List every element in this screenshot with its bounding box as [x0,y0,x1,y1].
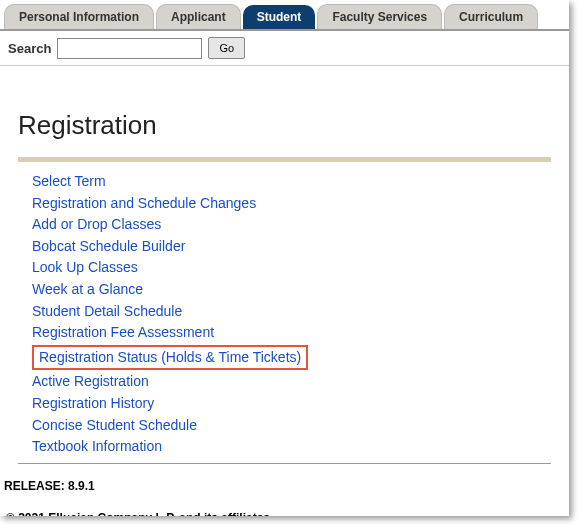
search-row: Search Go [0,29,569,66]
tab-applicant[interactable]: Applicant [156,4,241,29]
link-registration-history[interactable]: Registration History [32,395,154,411]
tab-student[interactable]: Student [243,5,316,29]
main-content: Registration Select Term Registration an… [0,66,569,477]
link-look-up-classes[interactable]: Look Up Classes [32,259,138,275]
link-week-at-glance[interactable]: Week at a Glance [32,281,143,297]
link-concise-student-schedule[interactable]: Concise Student Schedule [32,417,197,433]
tab-bar: Personal Information Applicant Student F… [0,0,569,29]
search-input[interactable] [57,38,202,59]
link-registration-status-holds-time-tickets[interactable]: Registration Status (Holds & Time Ticket… [32,345,308,371]
link-registration-schedule-changes[interactable]: Registration and Schedule Changes [32,195,256,211]
link-active-registration[interactable]: Active Registration [32,373,149,389]
link-registration-fee-assessment[interactable]: Registration Fee Assessment [32,324,214,340]
bottom-divider [18,463,551,464]
release-label: RELEASE: 8.9.1 [0,477,569,495]
tab-personal-information[interactable]: Personal Information [4,4,154,29]
link-student-detail-schedule[interactable]: Student Detail Schedule [32,303,182,319]
registration-link-list: Select Term Registration and Schedule Ch… [18,172,551,457]
link-select-term[interactable]: Select Term [32,173,106,189]
link-add-drop-classes[interactable]: Add or Drop Classes [32,216,161,232]
page-title: Registration [18,110,551,141]
heading-bar [18,157,551,162]
copyright: © 2021 Ellucian Company L.P. and its aff… [0,495,569,516]
tab-faculty-services[interactable]: Faculty Services [317,4,442,29]
link-textbook-information[interactable]: Textbook Information [32,438,162,454]
go-button[interactable]: Go [208,37,245,59]
link-bobcat-schedule-builder[interactable]: Bobcat Schedule Builder [32,238,185,254]
tab-curriculum[interactable]: Curriculum [444,4,538,29]
search-label: Search [8,41,51,56]
